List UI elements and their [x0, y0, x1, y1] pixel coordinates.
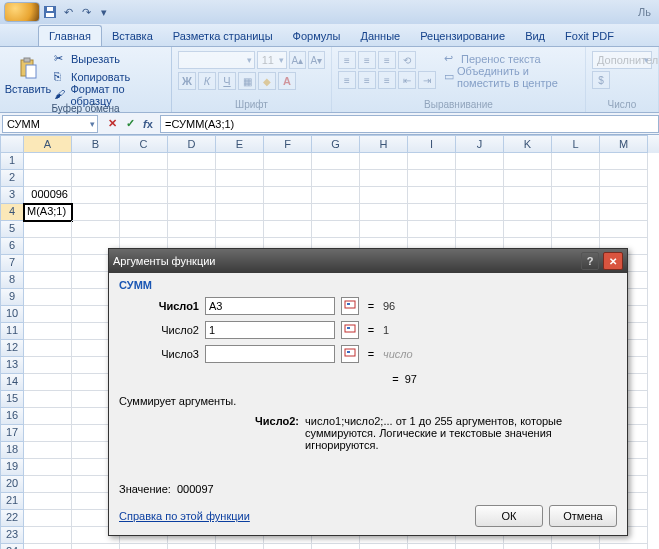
fill-color-icon[interactable]: ◆ [258, 72, 276, 90]
tab-view[interactable]: Вид [515, 26, 555, 46]
cell[interactable] [216, 170, 264, 187]
cell[interactable] [312, 170, 360, 187]
cell[interactable] [312, 204, 360, 221]
arg1-ref-icon[interactable] [341, 297, 359, 315]
cell[interactable]: М(А3;1) [24, 204, 72, 221]
cell[interactable] [504, 204, 552, 221]
cell[interactable] [24, 272, 72, 289]
row-header-19[interactable]: 19 [0, 459, 24, 476]
align-center-icon[interactable]: ≡ [358, 71, 376, 89]
cell[interactable] [312, 153, 360, 170]
cell[interactable] [120, 221, 168, 238]
orientation-icon[interactable]: ⟲ [398, 51, 416, 69]
cell[interactable] [24, 289, 72, 306]
row-header-23[interactable]: 23 [0, 527, 24, 544]
tab-home[interactable]: Главная [38, 25, 102, 46]
cell[interactable] [408, 170, 456, 187]
cell[interactable] [600, 170, 648, 187]
cell[interactable] [600, 221, 648, 238]
grow-font-icon[interactable]: A▴ [289, 51, 306, 69]
row-header-22[interactable]: 22 [0, 510, 24, 527]
cell[interactable] [264, 170, 312, 187]
qat-dropdown-icon[interactable]: ▾ [96, 4, 112, 20]
cell[interactable] [408, 187, 456, 204]
cell[interactable] [216, 221, 264, 238]
row-header-3[interactable]: 3 [0, 187, 24, 204]
dialog-help-icon[interactable]: ? [581, 252, 599, 270]
cell[interactable] [408, 221, 456, 238]
cell[interactable] [24, 238, 72, 255]
arg3-ref-icon[interactable] [341, 345, 359, 363]
ok-button[interactable]: ОК [475, 505, 543, 527]
cell[interactable] [408, 153, 456, 170]
align-right-icon[interactable]: ≡ [378, 71, 396, 89]
cell[interactable] [456, 153, 504, 170]
col-header-D[interactable]: D [168, 135, 216, 153]
align-middle-icon[interactable]: ≡ [358, 51, 376, 69]
row-header-21[interactable]: 21 [0, 493, 24, 510]
cell[interactable] [24, 408, 72, 425]
cell[interactable] [264, 221, 312, 238]
cell[interactable] [24, 153, 72, 170]
cell[interactable] [264, 187, 312, 204]
save-icon[interactable] [42, 4, 58, 20]
cell[interactable] [360, 221, 408, 238]
cell[interactable] [24, 527, 72, 544]
tab-data[interactable]: Данные [350, 26, 410, 46]
cell[interactable] [24, 357, 72, 374]
cell[interactable] [600, 187, 648, 204]
dialog-titlebar[interactable]: Аргументы функции ? ✕ [109, 249, 627, 273]
font-color-icon[interactable]: A [278, 72, 296, 90]
cell[interactable] [600, 544, 648, 549]
paste-button[interactable]: Вставить [6, 49, 50, 103]
row-header-10[interactable]: 10 [0, 306, 24, 323]
currency-icon[interactable]: $ [592, 71, 610, 89]
cell[interactable] [408, 204, 456, 221]
cell[interactable] [168, 153, 216, 170]
row-header-6[interactable]: 6 [0, 238, 24, 255]
cell[interactable] [72, 204, 120, 221]
col-header-F[interactable]: F [264, 135, 312, 153]
cell[interactable] [24, 374, 72, 391]
accept-formula-icon[interactable]: ✓ [122, 116, 138, 132]
cell[interactable] [24, 306, 72, 323]
cell[interactable] [456, 170, 504, 187]
redo-icon[interactable]: ↷ [78, 4, 94, 20]
col-header-H[interactable]: H [360, 135, 408, 153]
cell[interactable] [24, 442, 72, 459]
cell[interactable] [24, 459, 72, 476]
tab-layout[interactable]: Разметка страницы [163, 26, 283, 46]
cell[interactable] [168, 187, 216, 204]
border-icon[interactable]: ▦ [238, 72, 256, 90]
cell[interactable] [312, 544, 360, 549]
cell[interactable] [24, 476, 72, 493]
col-header-I[interactable]: I [408, 135, 456, 153]
cell[interactable] [312, 187, 360, 204]
office-button[interactable] [4, 2, 40, 22]
cell[interactable] [168, 204, 216, 221]
cell[interactable] [24, 170, 72, 187]
select-all-corner[interactable] [0, 135, 24, 153]
format-painter-button[interactable]: 🖌Формат по образцу [54, 87, 165, 103]
arg3-input[interactable] [205, 345, 335, 363]
cell[interactable] [24, 391, 72, 408]
col-header-K[interactable]: K [504, 135, 552, 153]
underline-icon[interactable]: Ч [218, 72, 236, 90]
formula-input[interactable]: =СУММ(A3;1) [160, 115, 659, 133]
number-format-combo[interactable]: Дополнительны [592, 51, 652, 69]
font-size-combo[interactable]: 11 [257, 51, 287, 69]
cell[interactable] [600, 153, 648, 170]
cell[interactable] [408, 544, 456, 549]
cell[interactable] [216, 153, 264, 170]
row-header-24[interactable]: 24 [0, 544, 24, 549]
row-header-15[interactable]: 15 [0, 391, 24, 408]
cell[interactable] [24, 425, 72, 442]
align-bottom-icon[interactable]: ≡ [378, 51, 396, 69]
cell[interactable] [600, 204, 648, 221]
cell[interactable] [504, 170, 552, 187]
cell[interactable] [120, 187, 168, 204]
cell[interactable] [360, 204, 408, 221]
cell[interactable] [456, 204, 504, 221]
cell[interactable] [24, 340, 72, 357]
cell[interactable] [264, 544, 312, 549]
